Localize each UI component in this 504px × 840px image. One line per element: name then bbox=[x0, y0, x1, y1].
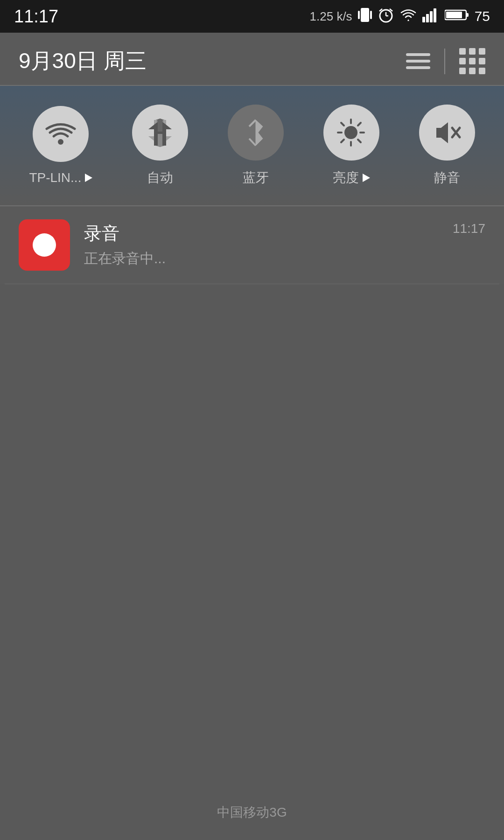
header-row: 9月30日 周三 bbox=[0, 33, 504, 85]
svg-marker-37 bbox=[436, 122, 448, 143]
data-label: 自动 bbox=[147, 169, 173, 187]
grid-view-button[interactable] bbox=[459, 48, 485, 74]
svg-rect-13 bbox=[466, 13, 469, 17]
notification-panel: 9月30日 周三 bbox=[0, 33, 504, 284]
notifications-area: 录音 正在录音中... 11:17 bbox=[0, 206, 504, 284]
svg-rect-9 bbox=[426, 14, 429, 22]
bt-toggle-circle[interactable] bbox=[228, 105, 284, 161]
svg-marker-16 bbox=[85, 174, 92, 182]
svg-rect-0 bbox=[361, 8, 369, 22]
vibrate-icon bbox=[358, 6, 372, 27]
brightness-toggle-circle[interactable]: A bbox=[323, 105, 379, 161]
mute-label: 静音 bbox=[434, 169, 460, 187]
svg-line-34 bbox=[341, 140, 344, 142]
svg-rect-10 bbox=[430, 11, 433, 22]
mute-toggle[interactable]: 静音 bbox=[419, 105, 475, 187]
wifi-label: TP-LIN... bbox=[29, 170, 81, 185]
brightness-toggle[interactable]: A 亮度 bbox=[323, 105, 379, 187]
battery-percentage: 75 bbox=[475, 8, 490, 24]
alarm-icon bbox=[378, 7, 394, 27]
network-speed: 1.25 k/s bbox=[310, 9, 352, 24]
svg-rect-8 bbox=[422, 17, 425, 22]
svg-rect-14 bbox=[446, 12, 462, 18]
header-divider bbox=[444, 49, 445, 74]
status-bar: 11:17 1.25 k/s bbox=[0, 0, 504, 33]
wifi-toggle-circle[interactable] bbox=[33, 106, 89, 162]
notification-subtitle: 正在录音中... bbox=[84, 249, 453, 268]
svg-line-33 bbox=[358, 123, 361, 126]
notification-item[interactable]: 录音 正在录音中... 11:17 bbox=[5, 206, 499, 284]
svg-point-15 bbox=[58, 139, 63, 145]
svg-line-23 bbox=[249, 139, 256, 146]
signal-icon bbox=[422, 7, 439, 26]
svg-line-31 bbox=[341, 123, 344, 126]
svg-rect-2 bbox=[370, 11, 372, 19]
data-toggle[interactable]: 自动 bbox=[132, 105, 188, 187]
status-time: 11:17 bbox=[14, 7, 58, 27]
notification-content: 录音 正在录音中... bbox=[84, 222, 453, 268]
svg-line-32 bbox=[358, 140, 361, 142]
brightness-label: 亮度 bbox=[333, 169, 359, 187]
notification-time: 11:17 bbox=[453, 219, 485, 236]
wifi-toggle[interactable]: TP-LIN... bbox=[29, 106, 92, 185]
status-right-area: 1.25 k/s bbox=[310, 6, 490, 27]
carrier-text: 中国移动3G bbox=[217, 804, 287, 821]
svg-line-24 bbox=[249, 120, 256, 126]
bt-label: 蓝牙 bbox=[243, 169, 269, 187]
record-dot bbox=[33, 233, 56, 257]
header-icons bbox=[406, 48, 485, 74]
bluetooth-toggle[interactable]: 蓝牙 bbox=[228, 105, 284, 187]
wifi-status-icon bbox=[400, 8, 417, 25]
date-display: 9月30日 周三 bbox=[19, 47, 147, 76]
svg-rect-1 bbox=[358, 11, 360, 19]
svg-text:A: A bbox=[348, 128, 354, 137]
svg-rect-11 bbox=[434, 8, 436, 22]
notification-title: 录音 bbox=[84, 222, 453, 245]
mute-toggle-circle[interactable] bbox=[419, 105, 475, 161]
data-toggle-circle[interactable] bbox=[132, 105, 188, 161]
quick-settings-row: TP-LIN... 自动 bbox=[0, 86, 504, 205]
list-view-button[interactable] bbox=[406, 53, 430, 69]
svg-marker-36 bbox=[363, 174, 370, 182]
battery-icon bbox=[445, 9, 469, 24]
notification-app-icon bbox=[19, 219, 70, 271]
